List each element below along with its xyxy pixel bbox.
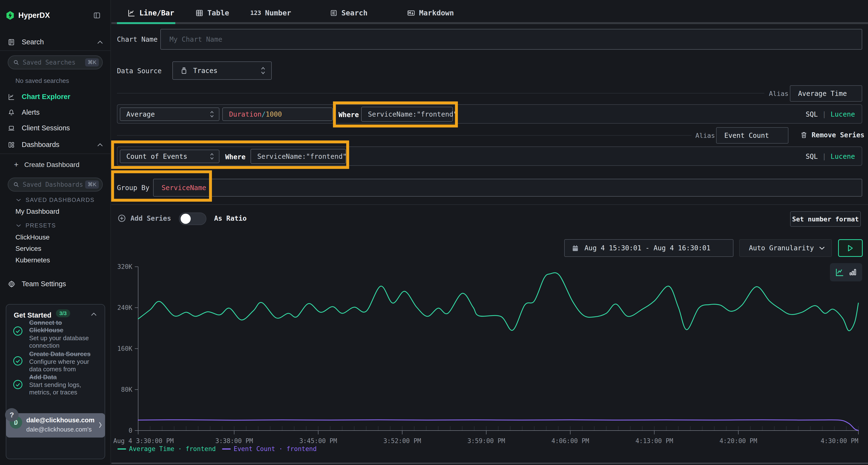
brand-title: HyperDX	[18, 11, 50, 20]
timeseries-chart[interactable]: 080K160K240K320KAug 4 3:30:00 PM3:38:00 …	[111, 251, 868, 465]
sidebar-section-search[interactable]: Search	[8, 38, 103, 46]
tab-search[interactable]: Search	[330, 9, 368, 17]
svg-text:4:13:00 PM: 4:13:00 PM	[635, 437, 673, 444]
plus-circle-icon	[117, 214, 126, 223]
sidebar-item-clickhouse[interactable]: ClickHouse	[16, 233, 50, 241]
svg-text:240K: 240K	[117, 304, 132, 311]
gear-icon	[8, 280, 16, 288]
saved-dashboards-header[interactable]: SAVED DASHBOARDS	[16, 197, 94, 203]
sidebar-item-chart-explorer[interactable]: Chart Explorer	[8, 93, 103, 101]
legend-item-average-time[interactable]: Average Time · frontend	[117, 445, 216, 453]
as-ratio-toggle[interactable]	[179, 212, 207, 225]
add-series-label: Add Series	[130, 214, 171, 222]
get-started-step-title: Create Data Sources	[29, 350, 101, 358]
get-started-step-desc: Start sending logs, metrics, or traces	[29, 381, 99, 396]
as-ratio-label: As Ratio	[214, 214, 247, 222]
sidebar-item-team-settings[interactable]: Team Settings	[8, 280, 103, 288]
active-tab-indicator	[117, 22, 175, 24]
sidebar-item-kubernetes[interactable]: Kubernetes	[16, 256, 50, 264]
saved-searches-placeholder: Saved Searches	[23, 59, 85, 66]
saved-dashboards-input[interactable]: Saved Dashboards ⌘K	[8, 177, 103, 192]
select-chevrons-icon	[261, 66, 266, 75]
help-button[interactable]: ?	[5, 408, 19, 422]
chevron-up-icon[interactable]	[91, 312, 97, 317]
check-circle-icon	[12, 326, 23, 337]
tab-line-bar[interactable]: Line/Bar	[127, 9, 174, 17]
series1-field-input[interactable]: Duration/1000	[222, 107, 333, 121]
divider	[112, 204, 868, 205]
set-number-format-button[interactable]: Set number format	[790, 211, 861, 227]
svg-text:4:20:00 PM: 4:20:00 PM	[719, 437, 757, 444]
chart-name-input[interactable]: My Chart Name	[160, 29, 862, 49]
svg-text:3:45:00 PM: 3:45:00 PM	[299, 437, 337, 444]
chevron-down-icon	[16, 198, 21, 202]
svg-text:3:38:00 PM: 3:38:00 PM	[215, 437, 253, 444]
check-circle-icon	[12, 379, 23, 391]
line-chart-icon	[127, 9, 135, 17]
sidebar-item-label: Chart Explorer	[22, 93, 70, 101]
alias-label: Alias	[769, 90, 788, 97]
series1-language-switch[interactable]: SQL | Lucene	[806, 110, 855, 118]
get-started-title: Get Started	[14, 311, 51, 319]
dashboards-icon	[8, 141, 15, 148]
sidebar-item-client-sessions[interactable]: Client Sessions	[8, 124, 103, 132]
sidebar-item-my-dashboard[interactable]: My Dashboard	[16, 208, 59, 215]
series2-language-switch[interactable]: SQL | Lucene	[806, 153, 855, 161]
saved-searches-input[interactable]: Saved Searches ⌘K	[8, 56, 103, 69]
search-icon	[13, 181, 19, 188]
create-dashboard-button[interactable]: + Create Dashboard	[14, 160, 80, 169]
data-source-label: Data Source	[117, 67, 161, 75]
chevron-right-icon	[98, 421, 102, 430]
sidebar-item-alerts[interactable]: Alerts	[8, 108, 103, 117]
remove-series-button[interactable]: Remove Series	[800, 131, 864, 139]
divider	[117, 93, 764, 94]
data-source-select[interactable]: Traces	[173, 61, 272, 80]
cmd-k-shortcut: ⌘K	[85, 58, 99, 66]
legend-swatch	[117, 449, 126, 450]
svg-text:Aug 4 3:30:00 PM: Aug 4 3:30:00 PM	[113, 437, 174, 444]
journal-icon	[8, 38, 15, 46]
presets-header[interactable]: PRESETS	[16, 222, 56, 229]
trash-icon	[800, 131, 808, 139]
user-account-card[interactable]: D dale@clickhouse.com dale@clickhouse.co…	[6, 413, 105, 437]
svg-text:3:52:00 PM: 3:52:00 PM	[383, 437, 421, 444]
svg-text:80K: 80K	[121, 386, 132, 393]
chevron-up-icon	[97, 40, 103, 44]
svg-text:0: 0	[128, 427, 132, 434]
group-by-input[interactable]: ServiceName	[153, 179, 862, 197]
sidebar-item-dashboards[interactable]: Dashboards	[8, 141, 103, 148]
no-saved-searches-text: No saved searches	[16, 77, 69, 85]
svg-text:4:30:00 PM: 4:30:00 PM	[820, 437, 858, 444]
tabbar-underline	[112, 22, 868, 24]
laptop-icon	[8, 124, 15, 132]
data-source-value: Traces	[193, 67, 261, 75]
tab-table[interactable]: Table	[195, 9, 229, 17]
series1-aggregation-select[interactable]: Average	[120, 107, 219, 121]
chart-name-label: Chart Name	[117, 35, 158, 43]
sidebar-item-label: Alerts	[22, 108, 39, 117]
get-started-step-desc: Set up your database connection	[29, 334, 97, 350]
data-source-icon	[180, 66, 188, 75]
remove-series-label: Remove Series	[812, 131, 864, 139]
legend-item-event-count[interactable]: Event Count · frontend	[222, 445, 317, 453]
chart-legend: Average Time · frontend Event Count · fr…	[117, 445, 317, 453]
tab-number[interactable]: 123 Number	[250, 9, 291, 17]
list-box-icon	[330, 9, 338, 17]
sidebar-item-label: Dashboards	[22, 141, 97, 148]
hyperdx-logo-icon	[6, 11, 14, 20]
add-series-button[interactable]: Add Series	[117, 214, 171, 223]
collapse-sidebar-icon[interactable]	[93, 11, 101, 20]
user-subtext: dale@clickhouse.com's	[26, 426, 92, 433]
tab-markdown[interactable]: Markdown	[407, 9, 454, 17]
series2-alias-input[interactable]: Event Count	[716, 127, 788, 143]
horizontal-scrollbar[interactable]	[112, 463, 868, 464]
user-email: dale@clickhouse.com	[26, 417, 94, 424]
svg-text:160K: 160K	[117, 345, 132, 352]
alias-label: Alias	[695, 132, 715, 139]
plus-icon: +	[14, 160, 19, 169]
get-started-step-title: Add Data	[29, 373, 101, 381]
svg-text:320K: 320K	[117, 263, 132, 270]
series1-alias-input[interactable]: Average Time	[790, 85, 862, 102]
sidebar-item-services[interactable]: Services	[16, 245, 41, 253]
saved-dashboards-placeholder: Saved Dashboards	[23, 181, 85, 188]
